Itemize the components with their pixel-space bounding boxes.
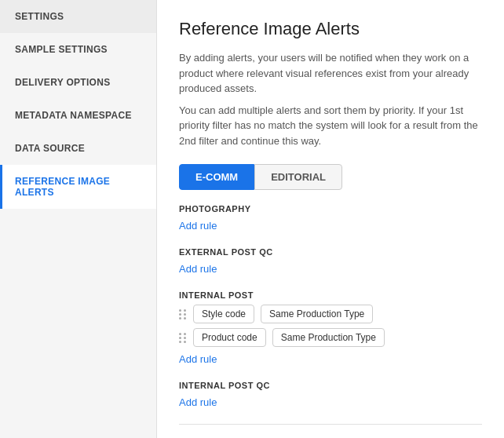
add-rule-internal-post[interactable]: Add rule (179, 353, 217, 365)
sidebar-item-data-source[interactable]: DATA SOURCE (0, 132, 156, 165)
tag-product-code: Product code (193, 328, 266, 347)
sidebar-item-settings[interactable]: SETTINGS (0, 0, 156, 33)
sidebar-item-metadata-namespace[interactable]: METADATA NAMESPACE (0, 99, 156, 132)
section-internal-post-qc: INTERNAL POST QC Add rule (179, 381, 482, 408)
rule-row: Product code Same Production Type (179, 328, 482, 347)
add-rule-external-post-qc[interactable]: Add rule (179, 263, 217, 275)
drag-handle[interactable] (179, 309, 187, 319)
sidebar: SETTINGS SAMPLE SETTINGS DELIVERY OPTION… (0, 0, 157, 438)
tab-e-comm[interactable]: E-COMM (179, 164, 254, 190)
tab-group: E-COMM EDITORIAL (179, 164, 482, 190)
section-title-photography: PHOTOGRAPHY (179, 204, 482, 214)
tab-editorial[interactable]: EDITORIAL (254, 164, 342, 190)
tag-style-code: Style code (193, 305, 254, 323)
page-title: Reference Image Alerts (179, 19, 482, 39)
section-title-internal-post-qc: INTERNAL POST QC (179, 381, 482, 390)
sidebar-item-sample-settings[interactable]: SAMPLE SETTINGS (0, 33, 156, 66)
tag-same-production-type-1: Same Production Type (261, 305, 373, 323)
section-external-post-qc: EXTERNAL POST QC Add rule (179, 247, 482, 275)
sidebar-item-delivery-options[interactable]: DELIVERY OPTIONS (0, 66, 156, 99)
rule-row: Style code Same Production Type (179, 305, 482, 323)
section-internal-post: INTERNAL POST Style code Same Production… (179, 290, 482, 365)
description-1: By adding alerts, your users will be not… (179, 50, 482, 97)
section-divider (179, 424, 482, 425)
sidebar-item-reference-image-alerts[interactable]: REFERENCE IMAGE ALERTS (0, 165, 156, 209)
section-photography: PHOTOGRAPHY Add rule (179, 204, 482, 232)
drag-handle[interactable] (179, 333, 187, 343)
add-rule-photography[interactable]: Add rule (179, 220, 217, 232)
section-title-external-post-qc: EXTERNAL POST QC (179, 247, 482, 257)
section-title-internal-post: INTERNAL POST (179, 290, 482, 300)
add-rule-internal-post-qc[interactable]: Add rule (179, 396, 217, 408)
main-content: Reference Image Alerts By adding alerts,… (157, 0, 504, 438)
tag-same-production-type-2: Same Production Type (272, 328, 385, 347)
description-2: You can add multiple alerts and sort the… (179, 103, 482, 149)
